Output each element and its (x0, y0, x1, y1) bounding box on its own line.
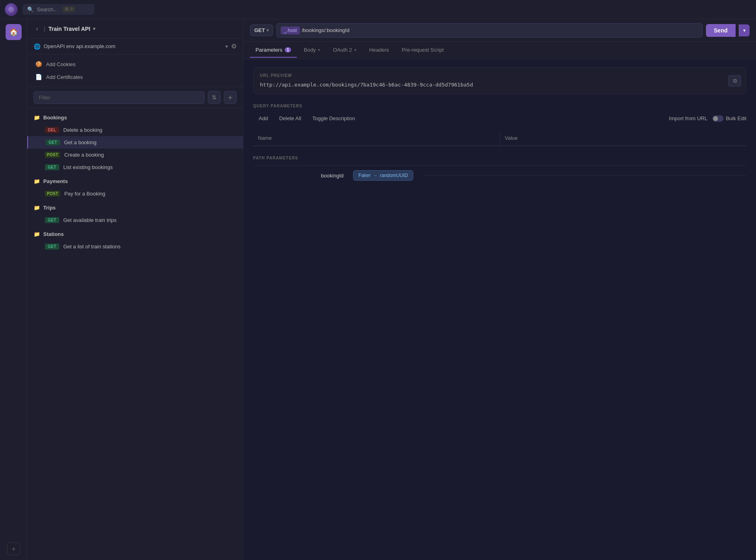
env-settings-button[interactable]: ⚙ (231, 42, 237, 50)
path-param-row: bookingId Faker → randomUUID (253, 165, 746, 185)
query-params-section: QUERY PARAMETERS Add Delete All Toggle D… (253, 104, 746, 146)
certificates-icon: 📄 (35, 74, 42, 80)
import-from-url-button[interactable]: Import from URL (669, 115, 708, 121)
folder-icon: 📁 (34, 205, 40, 211)
method-badge-get: GET (45, 244, 59, 250)
sidebar-icon-add[interactable]: ＋ (7, 542, 20, 555)
collection-stations-header[interactable]: 📁 Stations (27, 228, 243, 240)
params-actions-left: Add Delete All Toggle Description (253, 113, 361, 124)
item-label: Pay for a Booking (64, 191, 105, 197)
list-item[interactable]: GET Get a list of train stations (27, 240, 243, 253)
tab-oauth2-label: OAuth 2 (333, 47, 352, 53)
tab-headers[interactable]: Headers (364, 43, 394, 58)
collection-payments-label: Payments (43, 178, 68, 184)
method-badge-post: POST (45, 152, 60, 158)
tab-parameters[interactable]: Parameters 1 (250, 43, 297, 58)
main-layout: 🏠 ＋ ‹ | Train Travel API ▾ 🌐 OpenAPI env… (0, 19, 756, 560)
folder-icon: 📁 (34, 178, 40, 184)
filter-bar: ⇅ ＋ (27, 87, 243, 108)
request-tabs: Parameters 1 Body ▾ OAuth 2 ▾ Headers Pr… (243, 42, 756, 59)
env-bar[interactable]: 🌐 OpenAPI env api.example.com ▾ ⚙ (27, 38, 243, 54)
collection-stations: 📁 Stations GET Get a list of train stati… (27, 228, 243, 253)
left-panel: ‹ | Train Travel API ▾ 🌐 OpenAPI env api… (27, 19, 243, 560)
faker-arrow-icon: → (373, 173, 378, 178)
search-placeholder: Search.. (37, 6, 56, 12)
collection-trips: 📁 Trips GET Get available train trips (27, 201, 243, 226)
collection-payments: 📁 Payments POST Pay for a Booking (27, 175, 243, 200)
collection-stations-items: GET Get a list of train stations (27, 240, 243, 253)
folder-icon: 📁 (34, 231, 40, 237)
path-params-section: PATH PARAMETERS bookingId Faker → random… (253, 156, 746, 185)
left-panel-header: ‹ | Train Travel API ▾ (27, 19, 243, 38)
collection-payments-header[interactable]: 📁 Payments (27, 175, 243, 187)
copy-icon: ⧉ (733, 78, 737, 84)
list-item[interactable]: GET List existing bookings (27, 161, 243, 173)
search-shortcut: ⌘ P (62, 6, 75, 12)
send-dropdown-button[interactable]: ▾ (739, 24, 750, 36)
params-actions: Add Delete All Toggle Description Import… (253, 113, 746, 124)
folder-icon: 📁 (34, 115, 40, 121)
collection-bookings-header[interactable]: 📁 Bookings (27, 111, 243, 124)
tab-body[interactable]: Body ▾ (298, 43, 326, 58)
sidebar-icon-home[interactable]: 🏠 (6, 24, 22, 40)
tab-body-chevron: ▾ (318, 48, 320, 52)
tab-parameters-badge: 1 (285, 47, 291, 52)
tab-pre-request[interactable]: Pre-request Script (396, 43, 449, 58)
list-item[interactable]: POST Pay for a Booking (27, 187, 243, 200)
params-actions-right: Import from URL Bulk Edit (669, 115, 746, 122)
collection-trips-header[interactable]: 📁 Trips (27, 201, 243, 214)
collection-title-text: Train Travel API (48, 26, 90, 32)
method-badge-del: DEL (45, 127, 59, 133)
copy-url-button[interactable]: ⧉ (728, 75, 741, 87)
filter-sort-button[interactable]: ⇅ (208, 91, 221, 104)
collection-trips-items: GET Get available train trips (27, 214, 243, 226)
method-badge-get: GET (46, 139, 60, 145)
collection-title-chevron[interactable]: ▾ (93, 26, 95, 32)
topbar: 🔍 Search.. ⌘ P (0, 0, 756, 19)
add-param-button[interactable]: Add (253, 113, 273, 124)
back-button[interactable]: ‹ (34, 24, 40, 33)
list-item[interactable]: GET Get available train trips (27, 214, 243, 226)
bulk-edit-label: Bulk Edit (726, 115, 746, 121)
tab-headers-label: Headers (369, 47, 389, 53)
url-path-bar[interactable]: _.host /bookings/:bookingId (276, 23, 703, 38)
path-params-label: PATH PARAMETERS (253, 156, 746, 160)
tab-oauth2-chevron: ▾ (354, 48, 356, 52)
add-certificates-link[interactable]: 📄 Add Certificates (34, 71, 237, 83)
host-badge: _.host (281, 26, 300, 34)
params-table: Name Value (253, 130, 746, 146)
method-label: GET (254, 27, 265, 33)
collection-trips-label: Trips (43, 205, 56, 211)
method-badge-get: GET (45, 217, 59, 223)
add-cookies-link[interactable]: 🍪 Add Cookies (34, 58, 237, 71)
divider-line: | (44, 26, 45, 32)
method-chevron-icon: ▾ (267, 28, 269, 32)
params-header-row: Name Value (253, 130, 746, 146)
collection-payments-items: POST Pay for a Booking (27, 187, 243, 200)
panel-links: 🍪 Add Cookies 📄 Add Certificates (27, 54, 243, 87)
url-preview-value: http://api.example.com/bookings/7ba19c46… (260, 82, 473, 88)
faker-badge[interactable]: Faker → randomUUID (353, 170, 413, 181)
tab-oauth2[interactable]: OAuth 2 ▾ (327, 43, 362, 58)
send-button[interactable]: Send (706, 24, 736, 37)
toggle-description-button[interactable]: Toggle Description (307, 113, 361, 124)
item-label: Delete a booking (63, 127, 103, 133)
url-preview-label: URL PREVIEW (260, 73, 740, 78)
filter-add-button[interactable]: ＋ (224, 91, 237, 104)
list-item[interactable]: GET Get a booking (27, 136, 243, 149)
delete-all-button[interactable]: Delete All (273, 113, 307, 124)
search-bar[interactable]: 🔍 Search.. ⌘ P (22, 4, 94, 15)
list-item[interactable]: DEL Delete a booking (27, 124, 243, 136)
bulk-edit-button[interactable]: Bulk Edit (712, 115, 746, 122)
list-item[interactable]: POST Create a booking (27, 149, 243, 161)
filter-input[interactable] (34, 91, 205, 104)
collection-bookings: 📁 Bookings DEL Delete a booking GET Get … (27, 111, 243, 173)
collection-title: Train Travel API ▾ (48, 26, 95, 32)
item-label: Get available train trips (63, 217, 117, 223)
faker-value: randomUUID (380, 173, 408, 178)
path-param-name: bookingId (253, 173, 353, 179)
params-col-value-header: Value (500, 131, 747, 145)
item-label: Get a booking (64, 139, 97, 145)
add-certificates-label: Add Certificates (46, 74, 83, 80)
method-select[interactable]: GET ▾ (250, 24, 273, 36)
